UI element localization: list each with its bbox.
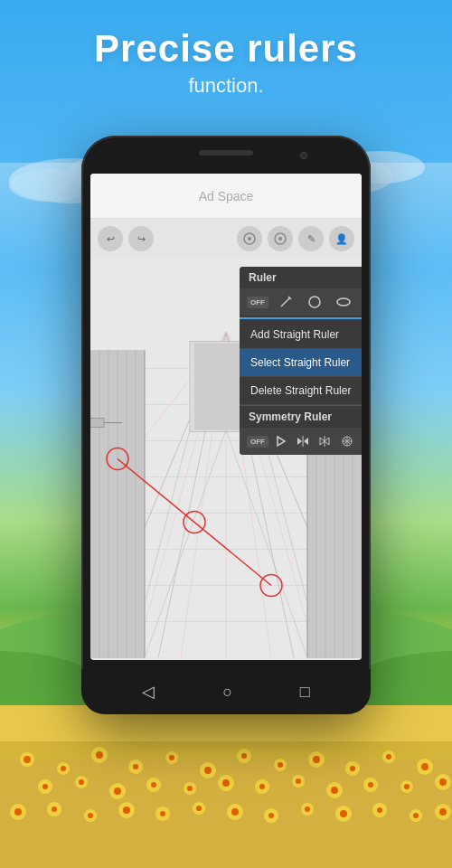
svg-point-44 [187,786,193,791]
ruler-dropdown-menu: Ruler OFF [240,267,362,455]
header-subtitle: function. [0,74,452,98]
svg-point-24 [241,753,247,759]
svg-point-68 [160,811,165,816]
svg-point-26 [278,762,283,768]
svg-point-52 [331,787,338,794]
svg-point-72 [231,808,239,816]
ruler-star-icon[interactable] [361,292,362,312]
svg-point-74 [268,813,274,818]
svg-point-14 [61,766,66,771]
symmetry-mirror-icon[interactable] [294,431,312,451]
redo-button[interactable]: ↪ [128,226,154,251]
phone-device: Ad Space ↩ ↪ [81,136,371,714]
svg-point-28 [313,756,320,763]
svg-point-86 [248,237,251,241]
tool-icon-1[interactable] [237,226,262,251]
nav-home-button[interactable]: ○ [222,683,232,702]
svg-point-22 [204,767,212,774]
svg-point-46 [222,779,230,787]
svg-point-78 [340,810,347,817]
phone-speaker [199,150,253,156]
svg-point-58 [439,778,447,786]
svg-point-143 [337,298,350,306]
svg-point-42 [151,782,156,788]
svg-point-38 [79,779,84,785]
svg-point-48 [259,784,265,789]
nav-recent-button[interactable]: □ [300,683,310,702]
svg-marker-155 [325,438,329,445]
svg-marker-152 [304,438,308,445]
svg-point-66 [123,807,130,814]
symmetry-section-header: Symmetry Ruler [240,405,362,428]
ruler-off-badge[interactable]: OFF [247,297,268,308]
add-straight-ruler-item[interactable]: Add Straight Ruler [240,321,362,349]
ruler-circle-icon[interactable] [303,292,326,312]
svg-point-40 [114,788,121,795]
svg-marker-151 [297,438,302,445]
svg-point-62 [52,807,57,812]
svg-line-140 [281,297,290,307]
svg-point-36 [42,784,48,789]
symmetry-flip-icon[interactable] [315,431,334,451]
phone-camera [300,152,307,159]
nav-back-button[interactable]: ◁ [142,682,155,702]
ruler-icons-row: OFF [240,288,362,316]
canvas-area: Ruler OFF [90,258,362,660]
ruler-pencil-icon[interactable] [274,292,297,312]
user-icon-button[interactable]: 👤 [329,226,354,251]
phone-screen: Ad Space ↩ ↪ [90,174,362,660]
svg-rect-139 [90,419,104,428]
ruler-ellipse-icon[interactable] [332,292,355,312]
symmetry-off-badge[interactable]: OFF [247,436,268,448]
svg-point-34 [421,763,428,770]
header-title: Precise rulers [0,27,452,71]
svg-point-30 [350,766,355,771]
svg-rect-126 [194,344,225,430]
svg-point-88 [278,237,282,241]
select-straight-ruler-item[interactable]: Select Straight Ruler [240,349,362,377]
ad-space-bar: Ad Space [90,174,362,219]
svg-point-142 [309,297,320,307]
svg-point-80 [377,807,382,813]
svg-point-60 [14,808,22,816]
phone-frame: Ad Space ↩ ↪ [81,136,371,714]
svg-point-20 [169,755,174,760]
symmetry-icons-row: OFF [240,428,362,455]
phone-nav-bar: ◁ ○ □ [81,669,371,714]
pen-tool-button[interactable]: ✎ [298,226,324,251]
ad-space-label: Ad Space [199,189,254,203]
svg-point-18 [133,764,138,769]
app-header: Precise rulers function. [0,27,452,98]
svg-point-54 [368,782,373,788]
svg-point-16 [96,751,103,759]
svg-point-12 [24,756,31,763]
symmetry-radial-icon[interactable] [338,431,356,451]
symmetry-play-icon[interactable] [272,431,290,451]
svg-point-32 [386,754,391,760]
drawing-toolbar: ↩ ↪ ✎ 👤 [90,221,362,257]
svg-point-84 [439,808,447,816]
tool-icon-2[interactable] [268,226,293,251]
symmetry-triangle-icon[interactable] [360,431,362,451]
svg-point-50 [296,778,301,784]
svg-point-70 [196,806,202,811]
svg-marker-149 [278,437,285,446]
svg-point-82 [413,813,419,818]
undo-button[interactable]: ↩ [98,226,123,251]
svg-point-76 [305,807,310,812]
delete-straight-ruler-item[interactable]: Delete Straight Ruler [240,377,362,405]
svg-point-56 [404,784,410,789]
ruler-underline [240,317,362,319]
svg-point-64 [88,813,93,818]
ruler-section-header: Ruler [240,267,362,288]
svg-point-2 [9,169,90,202]
